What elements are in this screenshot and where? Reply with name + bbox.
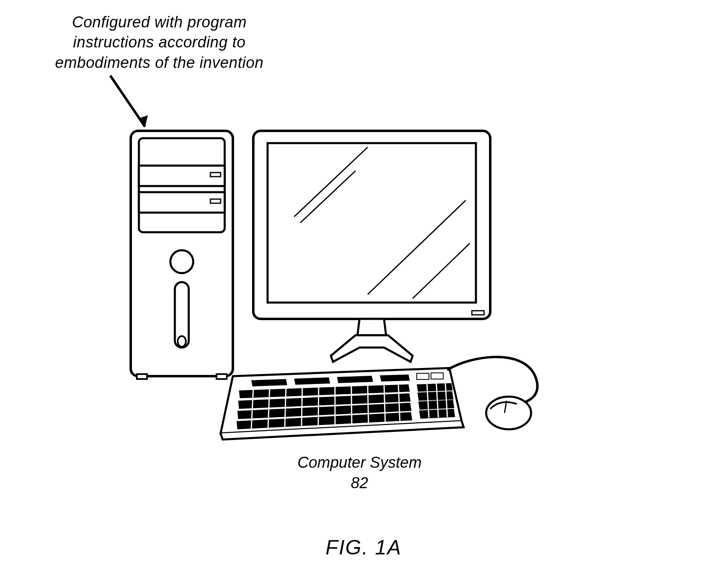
computer-tower-icon: [131, 131, 233, 379]
svg-line-25: [301, 386, 302, 427]
svg-line-26: [318, 386, 319, 426]
svg-rect-12: [217, 374, 227, 379]
svg-rect-11: [137, 374, 147, 379]
svg-rect-5: [210, 173, 221, 177]
caption-label: Computer System: [278, 454, 441, 471]
svg-rect-20: [417, 373, 429, 379]
monitor-icon: [253, 131, 490, 362]
diagram-svg: [0, 0, 728, 581]
svg-rect-21: [431, 373, 443, 379]
svg-line-29: [368, 384, 368, 424]
svg-rect-7: [210, 199, 221, 203]
pointer-arrow-icon: [110, 76, 148, 127]
svg-rect-19: [472, 311, 484, 315]
svg-point-8: [170, 250, 193, 273]
svg-line-28: [351, 385, 352, 425]
caption-number: 82: [343, 474, 376, 492]
svg-rect-14: [268, 143, 476, 303]
figure-label: FIG. 1A: [315, 536, 413, 559]
svg-point-10: [178, 336, 186, 347]
keyboard-icon: [221, 368, 464, 440]
